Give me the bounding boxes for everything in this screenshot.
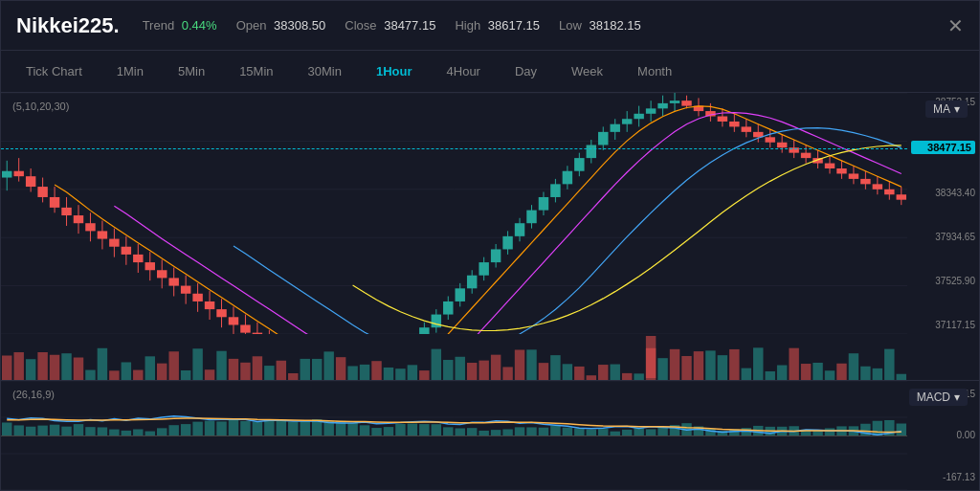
tab-15min[interactable]: 15Min xyxy=(222,58,290,84)
timeframe-tabs: Tick Chart 1Min 5Min 15Min 30Min 1Hour 4… xyxy=(1,51,979,93)
trend-value: 0.44% xyxy=(182,18,217,33)
tab-tick-chart[interactable]: Tick Chart xyxy=(9,58,100,84)
close-value: 38477.15 xyxy=(384,18,435,33)
low-stat: Low 38182.15 xyxy=(559,18,641,33)
chart-area: (5,10,20,30) MA ▾ 38752.15 38477.15 3834… xyxy=(1,93,979,490)
header-stats: Trend 0.44% Open 38308.50 Close 38477.15… xyxy=(143,18,947,33)
main-chart[interactable]: (5,10,20,30) MA ▾ 38752.15 38477.15 3834… xyxy=(1,93,979,334)
open-value: 38308.50 xyxy=(274,18,325,33)
low-label: Low xyxy=(559,18,582,33)
close-label: Close xyxy=(345,18,376,33)
tab-5min[interactable]: 5Min xyxy=(161,58,222,84)
high-value: 38617.15 xyxy=(488,18,540,33)
ma-button[interactable]: MA ▾ xyxy=(925,100,968,118)
header: Nikkei225. Trend 0.44% Open 38308.50 Clo… xyxy=(1,1,979,51)
close-button[interactable]: ✕ xyxy=(947,14,964,37)
macd-indicator-label: (26,16,9) xyxy=(12,389,55,400)
tab-month[interactable]: Month xyxy=(620,58,689,84)
open-label: Open xyxy=(236,18,267,33)
tab-1min[interactable]: 1Min xyxy=(100,58,161,84)
macd-chart[interactable]: (26,16,9) MACD ▾ 211.15 0.00 -167.13 xyxy=(1,380,979,490)
macd-dropdown-icon: ▾ xyxy=(954,391,960,404)
tab-1hour[interactable]: 1Hour xyxy=(359,58,430,84)
high-label: High xyxy=(455,18,480,33)
tab-week[interactable]: Week xyxy=(554,58,620,84)
open-stat: Open 38308.50 xyxy=(236,18,326,33)
close-stat: Close 38477.15 xyxy=(345,18,435,33)
trend-label: Trend xyxy=(143,18,174,33)
tab-30min[interactable]: 30Min xyxy=(291,58,359,84)
dropdown-icon: ▾ xyxy=(954,102,960,116)
tab-day[interactable]: Day xyxy=(498,58,554,84)
app-container: Nikkei225. Trend 0.44% Open 38308.50 Clo… xyxy=(0,0,980,491)
volume-chart xyxy=(1,334,979,380)
high-stat: High 38617.15 xyxy=(455,18,540,33)
tab-4hour[interactable]: 4Hour xyxy=(430,58,498,84)
ma-indicator-label: (5,10,20,30) xyxy=(12,100,69,112)
macd-button[interactable]: MACD ▾ xyxy=(909,389,968,406)
low-value: 38182.15 xyxy=(590,18,641,33)
trend-stat: Trend 0.44% xyxy=(143,18,217,33)
instrument-title: Nikkei225. xyxy=(16,13,120,38)
